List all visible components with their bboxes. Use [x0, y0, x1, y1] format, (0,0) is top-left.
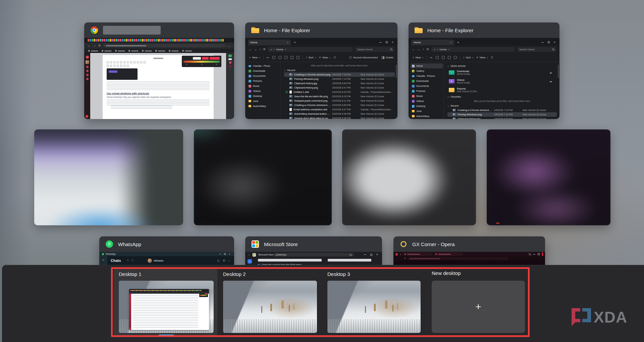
- favorites-section-header: ∨ Favorites: [447, 94, 557, 99]
- file-type-icon: [453, 118, 456, 119]
- quick-access-folder: Reports New Volume (D:)\Re...: [447, 86, 557, 94]
- home-icon: ⌂: [248, 259, 252, 264]
- sidebar-item-icon: [412, 80, 415, 82]
- forward-icon: →: [93, 44, 96, 47]
- details-button: Details: [382, 56, 393, 59]
- record-dot: [86, 115, 88, 118]
- rename-icon: [284, 56, 287, 59]
- sidebar-item-icon: [412, 95, 415, 98]
- back-icon: ←: [412, 48, 415, 51]
- up-icon: ↑: [259, 48, 261, 51]
- sidebar-item: Claudia - Perso: [247, 63, 280, 68]
- maximize-icon: [538, 253, 540, 255]
- window-blurred-2[interactable]: [194, 129, 332, 225]
- new-button: +New∨: [413, 56, 424, 59]
- file-row: Email-address-completion.ahk 2/9/2025 5:…: [284, 107, 395, 112]
- browser-tab: [434, 252, 463, 256]
- file-row: Clipboard-history.png 2/9/2025 6:47 PM N…: [284, 86, 395, 90]
- bookmark-icon: [182, 50, 184, 52]
- window-titlebar: Microsoft Store: [245, 236, 382, 252]
- minimize-icon: [219, 254, 221, 254]
- window-blurred-1[interactable]: [34, 129, 183, 225]
- sidebar-item-icon: [412, 115, 415, 117]
- chevron-down-icon: ∨: [447, 65, 449, 67]
- up-icon: ↑: [423, 48, 424, 51]
- desktop-2-thumbnail[interactable]: [223, 281, 317, 333]
- copy-icon: [272, 56, 275, 59]
- search-icon: ○: [228, 259, 230, 262]
- file-row: Notepad-paste-command.png 2/9/2025 6:11 …: [284, 99, 395, 103]
- cancel-button-pill: [193, 57, 201, 60]
- video-call-icon: ◻: [217, 259, 220, 262]
- opera-icon: [395, 253, 398, 255]
- new-chat-icon: ✎: [127, 259, 129, 262]
- window-file-explorer-2[interactable]: Home - File Explorer Home × + × ← → ↑ ⟳: [409, 22, 559, 119]
- window-blurred-4[interactable]: [487, 129, 610, 225]
- sidebar-item-icon: [412, 90, 415, 93]
- sidebar-item: Downloads: [247, 68, 280, 73]
- bookmark-icon: [155, 50, 157, 52]
- file-type-icon: [289, 73, 292, 76]
- maximize-icon: [224, 253, 226, 255]
- sidebar-item: Music: [247, 83, 280, 89]
- home-icon: ⌂: [270, 48, 272, 51]
- bookmark-icon: [128, 50, 130, 52]
- filter-icon: ▽: [334, 56, 336, 59]
- window-chrome[interactable]: ← → ⟳ …: [84, 22, 234, 119]
- window-title: Home - File Explorer: [427, 27, 474, 33]
- recent-section-header: ∨ Recent: [447, 103, 557, 108]
- window-file-explorer-1[interactable]: Home - File Explorer Home × + × ← → ↑ ⟳: [245, 22, 397, 119]
- view-button: ≡View∨: [319, 56, 331, 59]
- desktop-1-label: Desktop 1: [119, 271, 142, 277]
- desktop-1-thumbnail[interactable]: [119, 281, 214, 333]
- new-tab-icon: +: [294, 41, 296, 44]
- doc-heading: Use virtual desktops with shortcuts: [107, 92, 210, 95]
- window-title: WhatsApp: [118, 241, 141, 247]
- maximize-icon: [370, 254, 372, 256]
- file-row: Clipboard-history.jpg 2/9/2025 6:50 PM N…: [447, 117, 557, 119]
- forward-icon: →: [400, 258, 402, 260]
- sidebar-item: June: [247, 99, 280, 104]
- paragraph-text: [107, 81, 210, 90]
- chrome-thumbnail: ← → ⟳ …: [84, 38, 234, 119]
- new-button: +New∨: [249, 56, 260, 59]
- cloud-status-icon: [549, 71, 552, 74]
- sidebar-item-icon: [249, 100, 251, 102]
- file-row: Pinning-Windows.png 2/9/2025 7:14 PM New…: [284, 77, 395, 81]
- sidebar-item-icon: [412, 65, 415, 67]
- xda-bracket-right: [582, 308, 591, 322]
- close-tab-icon: ×: [287, 41, 288, 44]
- favorites-hint: After you've favorited some files, we'll…: [284, 63, 395, 68]
- breadcrumb: ⌂ › Home ›: [268, 47, 353, 52]
- wallpaper: [223, 281, 317, 333]
- sidebar-item-icon: [249, 75, 251, 77]
- chats-heading: Chats: [111, 259, 121, 263]
- desktop-3-thumbnail[interactable]: [327, 281, 421, 333]
- quick-access-header: ∨ Quick access: [447, 63, 557, 68]
- file-row: Creating-a-Chrome-shortcut.png 2/9/2025 …: [284, 72, 395, 77]
- delete-icon: [454, 56, 457, 59]
- search-input: Search Home: [355, 47, 394, 52]
- folder-icon: [449, 79, 454, 83]
- file-row: Untitled-1.ahk 2/9/2025 6:29 PM Claudia …: [284, 90, 395, 94]
- readability-gradient: [183, 61, 220, 63]
- sidebar-item: AutoHotkey: [247, 104, 280, 109]
- window-titlebar: Home - File Explorer: [409, 22, 559, 38]
- file-row: Pinning-Windows.png 2/9/2025 7:14 PM New…: [447, 112, 557, 117]
- window-titlebar: [84, 22, 234, 38]
- sidebar-item: Videos: [247, 89, 280, 94]
- microsoft-store-icon: [253, 253, 256, 256]
- file-row: Save-the-file-as-batch-file.png 2/9/2025…: [284, 94, 395, 99]
- new-desktop-button[interactable]: +: [432, 281, 525, 333]
- favorites-hint: After you've favorited some files, we'll…: [447, 99, 557, 103]
- sidebar-item-icon: [412, 85, 415, 88]
- sidebar-item: AutoHotkey: [411, 114, 443, 119]
- window-blurred-3[interactable]: [342, 129, 476, 225]
- close-icon: ×: [554, 41, 555, 44]
- plus-icon: +: [475, 302, 481, 312]
- sidebar-item: Music: [411, 94, 443, 99]
- voice-call-icon: ✆: [223, 259, 225, 262]
- search-icon: [390, 48, 392, 50]
- window-title: Microsoft Store: [264, 241, 298, 247]
- quick-access-list: Downloads Stored locally Videos Sto: [447, 68, 557, 94]
